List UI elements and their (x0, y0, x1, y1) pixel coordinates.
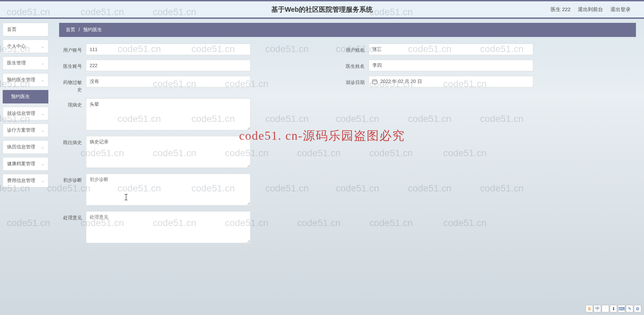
label-visit-date: 就诊日期 (342, 76, 369, 86)
exit-to-front-link[interactable]: 退出到前台 (578, 6, 603, 13)
ime-punct-button[interactable]: ㆍ (602, 305, 609, 312)
ime-toolbar[interactable]: S 中 ㆍ ⬇ ⌨ ✎ ⚙ (586, 305, 641, 312)
ime-input-button[interactable]: ⬇ (610, 305, 617, 312)
ime-handwrite-icon[interactable]: ✎ (626, 305, 633, 312)
label-user-name: 用户姓名 (342, 44, 369, 54)
breadcrumb-home[interactable]: 首页 (66, 27, 75, 32)
form-row-present-history: 现病史 (59, 98, 342, 131)
app-title: 基于Web的社区医院管理服务系统 (271, 5, 373, 14)
form-row-treatment-opinion: 处理意见 (59, 211, 342, 244)
form-row-doctor-name: 医生姓名 (342, 60, 625, 71)
label-past-history: 既往病史 (59, 136, 86, 146)
breadcrumb-current: 预约医生 (83, 27, 102, 32)
label-user-account: 用户账号 (59, 44, 86, 54)
label-doctor-account: 医生账号 (59, 60, 86, 70)
ime-lang-button[interactable]: 中 (594, 305, 601, 312)
chevron-down-icon: ⌄ (41, 179, 44, 183)
chevron-down-icon: ⌄ (41, 112, 44, 116)
sidebar-item-visit-mgmt[interactable]: 就诊信息管理⌄ (3, 107, 48, 120)
form-row-visit-date: 就诊日期 (342, 76, 625, 94)
calendar-icon (372, 79, 378, 85)
topbar-right: 医生 222 退出到前台 退出登录 (551, 6, 644, 13)
form-row-doctor-account: 医生账号 (59, 60, 342, 71)
visit-date-input[interactable] (380, 78, 530, 85)
sidebar-item-health-archive-mgmt[interactable]: 健康档案管理⌄ (3, 157, 48, 171)
sidebar-item-doctor-mgmt[interactable]: 医生管理⌄ (3, 56, 48, 70)
label-doctor-name: 医生姓名 (342, 60, 369, 70)
chevron-down-icon: ⌄ (41, 78, 44, 82)
chevron-down-icon: ⌄ (41, 162, 44, 166)
form-row-user-account: 用户账号 (59, 44, 342, 55)
label-drug-allergy: 药物过敏史 (59, 76, 86, 94)
user-name-input[interactable] (369, 44, 533, 55)
breadcrumb: 首页 / 预约医生 (59, 23, 636, 37)
sidebar-item-treatment-plan-mgmt[interactable]: 诊疗方案管理⌄ (3, 124, 48, 137)
drug-allergy-input[interactable] (86, 76, 250, 87)
chevron-down-icon: ⌄ (41, 145, 44, 149)
label-treatment-opinion: 处理意见 (59, 211, 86, 221)
doctor-account-input[interactable] (86, 60, 250, 71)
ime-logo-icon[interactable]: S (586, 305, 593, 312)
form-row-drug-allergy: 药物过敏史 (59, 76, 342, 94)
visit-date-picker[interactable] (369, 76, 533, 87)
sidebar-item-appointment[interactable]: 预约医生 (3, 90, 48, 103)
form: 用户账号 用户姓名 医生账号 医生姓名 药物过敏史 就诊日期 (59, 44, 636, 249)
breadcrumb-separator: / (79, 27, 80, 32)
sidebar-item-profile[interactable]: 个人中心⌄ (3, 40, 48, 53)
present-history-textarea[interactable] (86, 98, 250, 130)
sidebar-item-home[interactable]: 首页 (3, 23, 48, 36)
sidebar-item-fee-mgmt[interactable]: 费用信息管理⌄ (3, 174, 48, 187)
ime-keyboard-icon[interactable]: ⌨ (618, 305, 625, 312)
doctor-name-input[interactable] (369, 60, 533, 71)
chevron-down-icon: ⌄ (41, 61, 44, 65)
ime-settings-icon[interactable]: ⚙ (634, 305, 641, 312)
form-row-prelim-diagnosis: 初步诊断 (59, 174, 342, 207)
form-row-past-history: 既往病史 (59, 136, 342, 169)
chevron-down-icon: ⌄ (41, 45, 44, 48)
logout-link[interactable]: 退出登录 (610, 6, 631, 13)
treatment-opinion-textarea[interactable] (86, 211, 250, 243)
top-bar: 基于Web的社区医院管理服务系统 医生 222 退出到前台 退出登录 (0, 0, 644, 19)
label-present-history: 现病史 (59, 98, 86, 108)
svg-rect-0 (372, 80, 377, 84)
past-history-textarea[interactable] (86, 136, 250, 168)
user-account-input[interactable] (86, 44, 250, 55)
form-row-user-name: 用户姓名 (342, 44, 625, 55)
sidebar: 首页 个人中心⌄ 医生管理⌄ 预约医生管理⌄ 预约医生 就诊信息管理⌄ 诊疗方案… (0, 19, 51, 315)
main-content: 首页 / 预约医生 用户账号 用户姓名 医生账号 医生姓名 药物过敏史 (51, 19, 644, 315)
chevron-down-icon: ⌄ (41, 129, 44, 132)
label-prelim-diagnosis: 初步诊断 (59, 174, 86, 184)
user-label[interactable]: 医生 222 (551, 6, 570, 13)
sidebar-item-record-mgmt[interactable]: 病历信息管理⌄ (3, 140, 48, 154)
prelim-diagnosis-textarea[interactable] (86, 174, 250, 206)
sidebar-item-appointment-mgmt[interactable]: 预约医生管理⌄ (3, 73, 48, 87)
